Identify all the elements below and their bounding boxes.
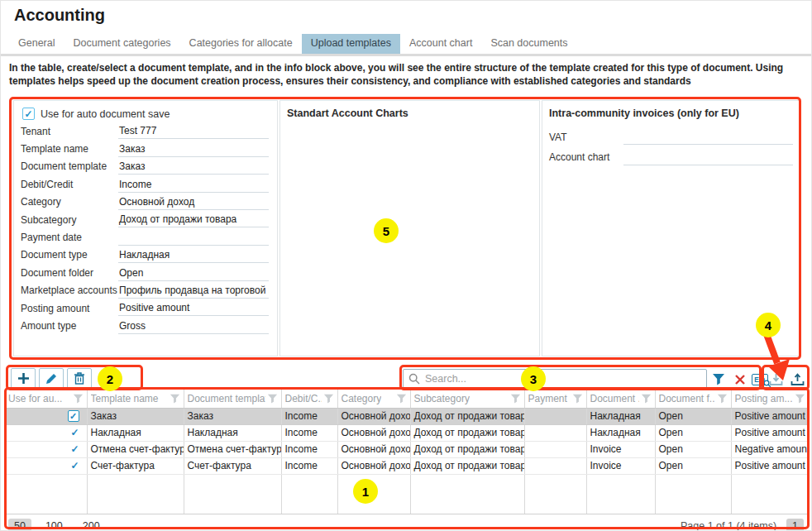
- table-cell: Основной доход: [337, 441, 410, 457]
- edit-button[interactable]: [39, 368, 64, 389]
- table-filler-cell: [184, 474, 281, 514]
- table-filler-cell: [586, 474, 655, 514]
- table-filler-cell: [410, 474, 524, 514]
- column-header-document[interactable]: Document ...: [586, 390, 655, 408]
- clear-filter-button[interactable]: [730, 371, 750, 388]
- table-row[interactable]: ✓НакладнаяНакладнаяIncomeОсновной доходД…: [5, 424, 809, 441]
- field-value-document-folder[interactable]: Open: [118, 267, 269, 281]
- filter-icon[interactable]: [73, 394, 84, 404]
- filter-icon[interactable]: [510, 394, 521, 404]
- field-value-document-type[interactable]: Накладная: [118, 249, 269, 263]
- column-header-document-f[interactable]: Document f...: [655, 390, 731, 408]
- table-cell-checkbox[interactable]: ✓: [5, 457, 87, 474]
- table-cell-checkbox[interactable]: ✓: [5, 408, 87, 424]
- field-label: Amount type: [21, 321, 118, 334]
- filter-icon[interactable]: [572, 394, 583, 404]
- eu-row-vat: VAT: [549, 131, 793, 145]
- table-row[interactable]: ✓Отмена счет-фактурыОтмена счет-фактурыI…: [5, 441, 809, 457]
- field-label: Debit/Credit: [21, 179, 118, 193]
- column-header-debit-c[interactable]: Debit/C...: [281, 390, 337, 408]
- page-size-selector: 50100200: [8, 520, 114, 531]
- filter-button[interactable]: [709, 371, 728, 388]
- tab-upload-templates[interactable]: Upload templates: [302, 34, 400, 54]
- column-header-subcategory[interactable]: Subcategory: [410, 390, 524, 408]
- table-cell: Income: [281, 441, 337, 457]
- column-header-posting-am[interactable]: Posting am...: [731, 390, 809, 408]
- table-cell: Invoice: [586, 457, 655, 474]
- page-size-50[interactable]: 50: [8, 519, 31, 531]
- form-row-category: CategoryОсновной доход: [21, 196, 269, 210]
- field-value-template-name[interactable]: Заказ: [118, 143, 269, 157]
- field-label: Payment date: [21, 232, 118, 246]
- page-size-100[interactable]: 100: [40, 519, 69, 531]
- field-label: Document folder: [21, 268, 118, 281]
- field-label: Account chart: [549, 152, 623, 165]
- table-cell: Open: [655, 424, 731, 441]
- field-label: Category: [21, 197, 118, 210]
- table-cell: Доход от продажи товара: [410, 408, 524, 424]
- table-row[interactable]: ✓ЗаказЗаказIncomeОсновной доходДоход от …: [5, 408, 809, 424]
- field-value-marketplace-accounts[interactable]: Профиль продавца на торговой площ: [118, 285, 269, 299]
- column-header-payment[interactable]: Payment ...: [524, 390, 586, 408]
- filter-icon[interactable]: [323, 394, 334, 404]
- table-cell-checkbox[interactable]: ✓: [5, 441, 87, 457]
- field-value-payment-date[interactable]: [118, 232, 269, 246]
- table-cell: Заказ: [184, 408, 281, 424]
- tab-scan-documents[interactable]: Scan documents: [481, 34, 576, 54]
- auto-save-label: Use for auto document save: [41, 108, 170, 120]
- table-cell: Invoice: [586, 441, 655, 457]
- column-header-document-template[interactable]: Document template: [184, 390, 281, 408]
- page-size-200[interactable]: 200: [77, 519, 106, 531]
- table-cell: Основной доход: [337, 457, 410, 474]
- field-value-tenant[interactable]: Test 777: [118, 125, 269, 139]
- column-header-template-name[interactable]: Template name: [87, 390, 184, 408]
- field-label: Subcategory: [21, 215, 118, 228]
- field-value-debit-credit[interactable]: Income: [118, 179, 269, 193]
- import-button[interactable]: [766, 371, 786, 388]
- form-row-subcategory: SubcategoryДоход от продажи товара: [21, 213, 269, 227]
- field-value-posting-amount[interactable]: Positive amount: [118, 302, 269, 316]
- filter-icon[interactable]: [641, 394, 652, 404]
- tab-general[interactable]: General: [9, 34, 64, 54]
- delete-button[interactable]: [67, 368, 92, 389]
- filter-icon[interactable]: [170, 394, 180, 404]
- field-value-subcategory[interactable]: Доход от продажи товара: [118, 213, 269, 227]
- table-cell: Накладная: [586, 408, 655, 424]
- tab-document-categories[interactable]: Document categories: [64, 34, 179, 54]
- form-row-amount-type: Amount typeGross: [21, 319, 269, 333]
- table-cell: Positive amount: [731, 424, 809, 441]
- field-value-amount-type[interactable]: Gross: [118, 320, 269, 334]
- tab-account-chart[interactable]: Account chart: [400, 34, 481, 54]
- field-label: Marketplace accounts: [21, 285, 118, 299]
- tab-categories-for-allocate[interactable]: Categories for allocate: [180, 34, 302, 54]
- field-value-vat[interactable]: [623, 132, 793, 145]
- template-form-fields: TenantTest 777Template nameЗаказDocument…: [21, 125, 269, 334]
- tab-strip-divider: [1, 54, 812, 56]
- filter-icon[interactable]: [795, 394, 805, 404]
- page-title: Accounting: [14, 6, 105, 25]
- table-cell: [524, 441, 586, 457]
- field-value-category[interactable]: Основной доход: [118, 196, 269, 210]
- table-filler-cell: [337, 474, 410, 514]
- add-button[interactable]: [11, 368, 36, 389]
- table-row[interactable]: ✓Счет-фактураСчет-фактураIncomeОсновной …: [5, 457, 809, 474]
- row-checkbox[interactable]: ✓: [68, 410, 79, 422]
- field-value-account-chart[interactable]: [623, 152, 793, 165]
- filter-icon[interactable]: [396, 394, 407, 404]
- table-cell: [524, 424, 586, 441]
- filter-icon[interactable]: [267, 394, 278, 404]
- table-cell-checkbox[interactable]: ✓: [5, 424, 87, 441]
- column-header-use-for-au[interactable]: Use for au...: [5, 390, 87, 408]
- table-filler-cell: [281, 474, 337, 514]
- auto-save-checkbox[interactable]: ✓: [22, 108, 35, 120]
- field-label: Posting amount: [21, 304, 118, 317]
- field-value-document-template[interactable]: Заказ: [118, 160, 269, 175]
- app-window: Accounting GeneralDocument categoriesCat…: [0, 0, 812, 531]
- page-description: In the table, create/select a document t…: [9, 62, 801, 88]
- search-input[interactable]: [425, 373, 701, 385]
- export-button[interactable]: [787, 371, 807, 388]
- account-charts-panel: Standart Account Charts: [279, 100, 540, 356]
- column-header-category[interactable]: Category: [337, 390, 410, 408]
- filter-icon[interactable]: [717, 394, 728, 404]
- page-number-button[interactable]: 1: [786, 519, 804, 531]
